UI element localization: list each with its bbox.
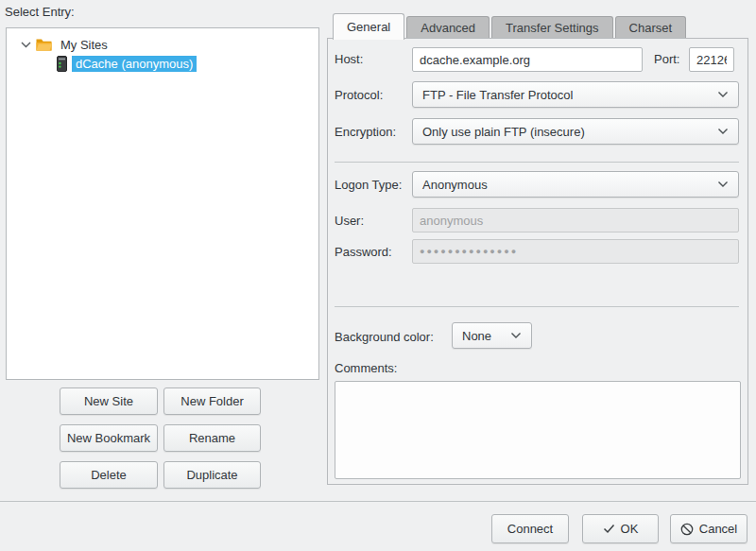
general-tab-panel: Host: Port: Protocol: FTP - File Transfe… — [327, 38, 748, 485]
encryption-dropdown[interactable]: Only use plain FTP (insecure) — [412, 118, 739, 145]
select-entry-label: Select Entry: — [5, 5, 75, 19]
tree-item-label-dcache[interactable]: dCache (anonymous) — [72, 56, 197, 72]
cancel-icon — [680, 523, 694, 536]
new-site-button[interactable]: New Site — [60, 387, 158, 415]
tree-item-dcache[interactable]: dCache (anonymous) — [55, 53, 197, 74]
user-label: User: — [335, 214, 364, 228]
connect-button-label: Connect — [507, 522, 553, 536]
server-icon — [57, 56, 67, 72]
connect-button[interactable]: Connect — [491, 514, 569, 543]
folder-icon — [36, 38, 52, 51]
password-input — [412, 239, 739, 264]
tree-item-my-sites[interactable]: My Sites — [17, 34, 112, 55]
chevron-down-icon — [717, 181, 729, 188]
tree-item-label-my-sites[interactable]: My Sites — [57, 37, 112, 53]
duplicate-button[interactable]: Duplicate — [163, 461, 261, 489]
protocol-dropdown[interactable]: FTP - File Transfer Protocol — [412, 81, 739, 108]
port-input[interactable] — [689, 47, 734, 72]
host-label: Host: — [335, 52, 363, 66]
background-color-value: None — [462, 329, 503, 343]
background-color-dropdown[interactable]: None — [452, 322, 532, 349]
chevron-down-icon — [510, 332, 522, 339]
tab-general[interactable]: General — [333, 13, 404, 40]
check-icon — [603, 524, 615, 534]
background-color-label: Background color: — [335, 330, 434, 344]
tab-bar: General Advanced Transfer Settings Chars… — [333, 12, 688, 39]
footer-separator — [0, 501, 756, 502]
comments-label: Comments: — [335, 361, 397, 375]
cancel-button[interactable]: Cancel — [670, 514, 747, 543]
logon-type-dropdown[interactable]: Anonymous — [412, 171, 739, 198]
cancel-button-label: Cancel — [699, 522, 737, 536]
new-folder-button[interactable]: New Folder — [163, 387, 261, 415]
encryption-value: Only use plain FTP (insecure) — [422, 125, 710, 139]
new-bookmark-button[interactable]: New Bookmark — [60, 424, 158, 452]
chevron-down-icon — [717, 91, 729, 98]
tab-transfer-settings[interactable]: Transfer Settings — [491, 16, 613, 39]
logon-type-label: Logon Type: — [335, 178, 402, 192]
user-input — [412, 208, 739, 232]
site-tree[interactable]: My Sites dCache (anonymous) — [6, 27, 319, 380]
ok-button[interactable]: OK — [582, 514, 659, 543]
comments-textarea[interactable] — [335, 381, 741, 479]
tab-advanced[interactable]: Advanced — [406, 16, 490, 39]
port-label: Port: — [654, 52, 679, 66]
host-input[interactable] — [412, 47, 643, 72]
logon-type-value: Anonymous — [422, 178, 710, 192]
ok-button-label: OK — [621, 522, 639, 536]
separator — [335, 162, 739, 163]
delete-button[interactable]: Delete — [60, 461, 158, 489]
rename-button[interactable]: Rename — [163, 424, 261, 452]
separator — [335, 306, 739, 307]
expand-chevron-icon[interactable] — [17, 42, 34, 48]
password-label: Password: — [335, 245, 392, 259]
chevron-down-icon — [717, 128, 729, 135]
protocol-label: Protocol: — [335, 88, 383, 102]
encryption-label: Encryption: — [335, 125, 396, 139]
tab-charset[interactable]: Charset — [615, 16, 687, 39]
protocol-value: FTP - File Transfer Protocol — [422, 88, 710, 102]
